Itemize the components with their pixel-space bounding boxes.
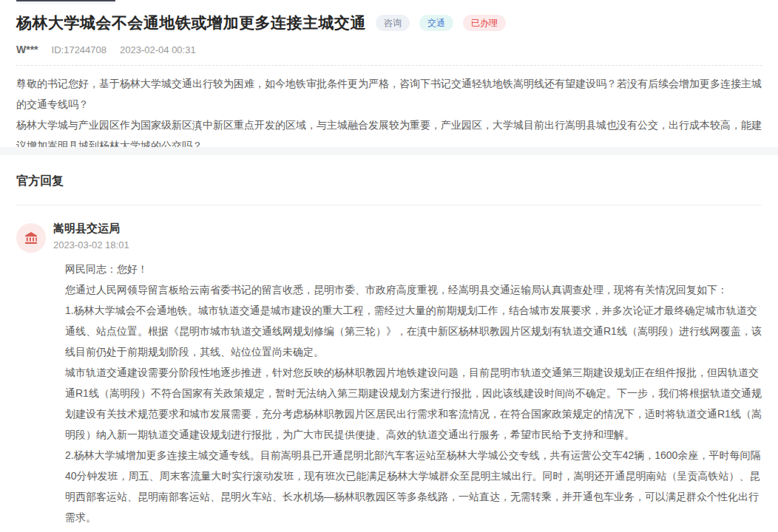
- reply-paragraph: 2.杨林大学城增加更多连接主城交通专线。目前嵩明县已开通昆明北部汽车客运站至杨林…: [65, 445, 762, 528]
- tag-status-badge[interactable]: 已办理: [463, 15, 506, 31]
- reply-body: 网民同志：您好！ 您通过人民网领导留言板给云南省委书记的留言收悉，昆明市委、市政…: [65, 259, 762, 532]
- official-reply-section: 官方回复 嵩明县交运局 2023-03-02 18:01 网民同志：您好！ 您通…: [0, 155, 778, 532]
- message-id: ID:17244708: [52, 44, 106, 55]
- bank-icon: [16, 223, 46, 253]
- question-section: 杨林大学城会不会通地铁或增加更多连接主城交通 咨询 交通 已办理 W*** ID…: [0, 0, 778, 166]
- author-name: W***: [16, 44, 38, 55]
- section-divider: [0, 147, 778, 155]
- heading-divider: [16, 205, 762, 205]
- reply-time: 2023-03-02 18:01: [53, 239, 762, 250]
- page-title: 杨林大学城会不会通地铁或增加更多连接主城交通: [16, 13, 366, 33]
- reply-paragraph: 针对您反映的问题，嵩明县交通运输局将加强与有关部门的对接沟通，适时启动项目建设。: [65, 528, 762, 532]
- reply-item: 嵩明县交运局 2023-03-02 18:01 网民同志：您好！ 您通过人民网领…: [16, 222, 762, 532]
- reply-paragraph: 1.杨林大学城会不会通地铁。城市轨道交通是城市建设的重大工程，需经过大量的前期规…: [65, 300, 762, 362]
- official-reply-heading: 官方回复: [16, 174, 762, 189]
- tag-topic[interactable]: 交通: [419, 15, 453, 31]
- reply-paragraph: 网民同志：您好！: [65, 259, 762, 279]
- reply-paragraph: 您通过人民网领导留言板给云南省委书记的留言收悉，昆明市委、市政府高度重视，经嵩明…: [65, 279, 762, 300]
- reply-paragraph: 城市轨道交通建设需要分阶段性地逐步推进，针对您反映的杨林职教园片地铁建设问题，目…: [65, 362, 762, 445]
- reply-department: 嵩明县交运局: [53, 222, 762, 235]
- tag-category[interactable]: 咨询: [376, 15, 410, 31]
- question-paragraph: 尊敬的书记您好，基于杨林大学城交通出行较为困难，如今地铁审批条件更为严格，咨询下…: [16, 73, 762, 115]
- question-meta: W*** ID:17244708 2023-02-04 00:31: [16, 44, 762, 66]
- title-row: 杨林大学城会不会通地铁或增加更多连接主城交通 咨询 交通 已办理: [16, 13, 762, 33]
- cutoff-top-element: [16, 0, 115, 4]
- post-time: 2023-02-04 00:31: [120, 44, 196, 55]
